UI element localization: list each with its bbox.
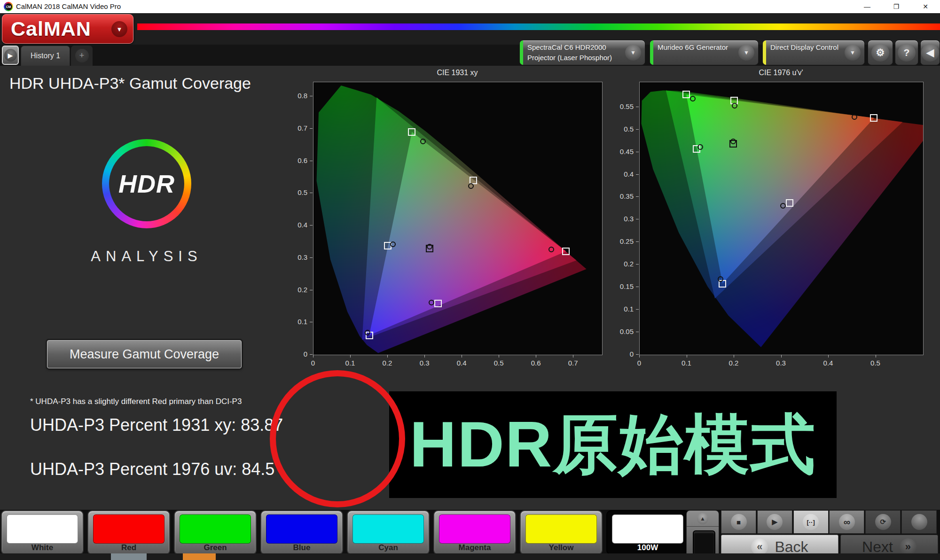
analysis-label: ANALYSIS — [76, 248, 217, 265]
pattern-up-button[interactable]: ▲ — [687, 511, 719, 527]
y-tick — [636, 309, 639, 310]
device-dropdown[interactable]: SpectraCal C6 HDR2000Projector (Laser Ph… — [519, 40, 645, 65]
y-tick-label: 0.4 — [610, 170, 634, 178]
play-button[interactable]: ▶ — [757, 510, 792, 534]
x-tick — [499, 355, 499, 358]
pattern-swatch-magenta[interactable]: Magenta — [433, 510, 516, 555]
play-button-icon: ▶ — [767, 514, 783, 530]
y-tick — [310, 322, 313, 322]
extra-button-icon — [911, 514, 927, 530]
chevrons-left-icon: « — [751, 538, 768, 555]
pattern-swatch-green[interactable]: Green — [174, 510, 257, 555]
y-tick-label: 0.45 — [610, 148, 634, 156]
pattern-swatch-red[interactable]: Red — [87, 510, 170, 555]
swatch-label: White — [2, 543, 83, 552]
collapse-panel-button[interactable]: ◀ — [920, 40, 940, 65]
target-marker-green — [408, 128, 415, 136]
y-tick-label: 0 — [610, 350, 634, 358]
uhda-footnote: * UHDA-P3 has a slightly different Red p… — [30, 397, 242, 406]
swatch-label: Yellow — [521, 543, 602, 552]
measured-marker-cyan — [390, 241, 396, 247]
y-tick-label: 0.35 — [610, 192, 634, 200]
settings-button[interactable]: ⚙ — [868, 40, 893, 65]
chevron-down-icon: ▼ — [111, 21, 127, 37]
x-tick — [734, 355, 734, 358]
measured-marker-cyan — [697, 144, 703, 150]
window-title: CalMAN 2018 CalMAN Video Pro — [16, 0, 121, 13]
x-tick-label: 0.5 — [866, 359, 885, 367]
y-tick — [310, 354, 313, 355]
y-tick — [310, 290, 313, 290]
swatch-label: 100W — [607, 543, 688, 552]
y-tick-label: 0.3 — [610, 215, 634, 223]
plus-icon: + — [75, 49, 89, 62]
calman-logo-text: CalMAN — [11, 17, 91, 40]
swatch-label: Green — [175, 543, 256, 552]
tab-history-1[interactable]: History 1 — [21, 46, 70, 66]
measured-marker-yellow — [732, 103, 737, 109]
y-tick-label: 0.15 — [610, 282, 634, 290]
x-tick-label: 0 — [304, 359, 322, 367]
mode-caption-box: HDR原始模式 — [389, 391, 837, 498]
taskbar-strip — [0, 553, 940, 560]
stop-button-icon: ■ — [731, 514, 747, 530]
x-tick — [536, 355, 536, 358]
swatch-color — [93, 514, 164, 544]
pattern-swatch-white[interactable]: White — [1, 510, 84, 555]
infinity-button[interactable]: ∞ — [829, 510, 864, 534]
swatch-label: Cyan — [348, 543, 429, 552]
y-tick — [310, 225, 313, 226]
taskbar-app-segment — [183, 553, 216, 560]
measure-gamut-coverage-button[interactable]: Measure Gamut Coverage — [47, 340, 242, 368]
swatch-label: Blue — [261, 543, 342, 552]
pattern-swatch-blue[interactable]: Blue — [260, 510, 343, 555]
swatch-color — [352, 514, 424, 544]
device-dropdown[interactable]: Direct Display Control ▼ — [762, 40, 865, 65]
calman-menu-button[interactable]: CalMAN ▼ — [2, 14, 133, 44]
chart-plot-area — [313, 82, 603, 355]
y-tick — [636, 354, 639, 355]
restore-button[interactable]: ❐ — [882, 0, 911, 13]
swatch-color — [7, 514, 78, 544]
target-marker-red — [562, 248, 570, 255]
device-dropdown-label: Direct Display Control — [770, 42, 838, 53]
measured-marker-white — [730, 139, 736, 144]
extra-button[interactable] — [901, 510, 937, 534]
x-tick — [462, 355, 462, 358]
pattern-swatch-100w[interactable]: 100W — [606, 510, 689, 555]
stop-button[interactable]: ■ — [721, 510, 756, 534]
measured-marker-green — [420, 139, 426, 144]
x-tick-label: 0.7 — [564, 359, 582, 367]
range-button[interactable]: [··] — [793, 510, 829, 534]
device-dropdown[interactable]: Murideo 6G Generator ▼ — [650, 40, 759, 65]
y-tick — [636, 174, 639, 175]
target-marker-magenta — [786, 199, 793, 207]
y-tick-label: 0 — [284, 350, 307, 358]
loop-button[interactable]: ⟳ — [865, 510, 901, 534]
minimize-button[interactable]: — — [853, 0, 882, 13]
add-tab-button[interactable]: + — [71, 46, 93, 66]
mode-caption-text: HDR原始模式 — [410, 401, 816, 489]
x-tick — [639, 355, 640, 358]
y-tick-label: 0.4 — [284, 221, 307, 229]
status-stripe — [520, 40, 523, 65]
result-1976-uv: UHDA-P3 Percent 1976 uv: 84.5 — [30, 459, 274, 479]
y-tick — [310, 128, 313, 129]
swatch-color — [266, 514, 337, 544]
help-button[interactable]: ? — [895, 40, 918, 65]
pattern-swatch-yellow[interactable]: Yellow — [520, 510, 603, 555]
page-title: HDR UHDA-P3* Gamut Coverage — [9, 74, 251, 93]
y-tick-label: 0.8 — [284, 92, 307, 100]
tab-scroll-button[interactable]: ▶ — [2, 46, 19, 65]
device-dropdown-label: Murideo 6G Generator — [658, 42, 728, 53]
pattern-swatch-cyan[interactable]: Cyan — [347, 510, 430, 555]
x-tick-label: 0.4 — [452, 359, 471, 367]
x-tick-label: 0.2 — [378, 359, 397, 367]
y-tick — [636, 129, 639, 130]
x-tick-label: 0.3 — [415, 359, 434, 367]
taskbar-app-segment — [111, 553, 147, 560]
pattern-window-panel: ▲ — [686, 510, 719, 559]
chart-plot-area — [639, 82, 924, 355]
x-tick-label: 0 — [630, 359, 649, 367]
close-button[interactable]: ✕ — [911, 0, 940, 13]
